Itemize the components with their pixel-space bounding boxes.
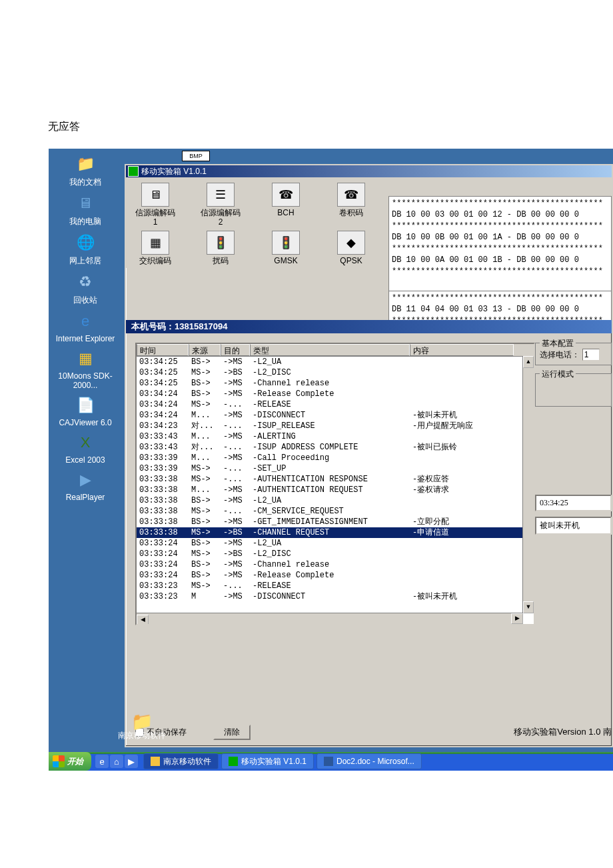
col-type[interactable]: 类型 <box>250 344 410 356</box>
media-icon[interactable]: ▶ <box>125 755 138 768</box>
cell-content: -鉴权请求 <box>410 485 514 495</box>
desktop-icon-label: 10Moons SDK-2000... <box>49 371 122 390</box>
cell-time: 03:33:24 <box>137 570 189 581</box>
scroll-down-icon[interactable]: ▼ <box>523 601 534 613</box>
log-row[interactable]: 03:33:43M...->MS-ALERTING <box>137 431 534 442</box>
cell-dest: ->MS <box>221 378 250 389</box>
tool-label: 信源编解码2 <box>201 208 241 227</box>
heading-text: 无应答 <box>48 120 80 134</box>
tool-GMSK[interactable]: 🚦GMSK <box>262 231 310 265</box>
desktop-folder-nanjing[interactable]: 📁 南京移动软件 <box>118 711 166 741</box>
app-icon <box>128 166 139 177</box>
tool-交织编码[interactable]: ▦交织编码 <box>131 231 179 265</box>
tool-icon: ▦ <box>141 231 169 255</box>
cell-type: -L2_UA <box>250 538 410 549</box>
info-status: 被叫未开机 <box>535 517 612 535</box>
log-row[interactable]: 03:33:38MS->->BS-CHANNEL REQUEST-申请信道 <box>137 527 534 538</box>
cell-time: 03:33:43 <box>137 431 189 442</box>
CAJViewer-6.0-icon: 📄 <box>74 394 97 417</box>
cell-source: MS-> <box>189 399 221 410</box>
log-row[interactable]: 03:34:24M...->MS-DISCONNECT-被叫未开机 <box>137 410 534 421</box>
tool-信源编解码[interactable]: 🖥信源编解码1 <box>131 183 179 227</box>
log-row[interactable]: 03:33:23MS->-...-RELEASE <box>137 581 534 591</box>
log-row[interactable]: 03:33:24BS->->MS-Channel release <box>137 559 534 570</box>
scroll-right-icon[interactable]: ▶ <box>511 613 523 624</box>
log-row[interactable]: 03:33:38BS->->MS-GET_IMMEDIATEASSIGNMENT… <box>137 517 534 527</box>
cell-time: 03:33:38 <box>137 506 189 517</box>
scroll-left-icon[interactable]: ◀ <box>137 615 149 625</box>
desktop-icon[interactable]: ▦10Moons SDK-2000... <box>49 347 122 390</box>
task-folder[interactable]: 南京移动软件 <box>143 753 219 769</box>
log-header: 时间 来源 目的 类型 内容 <box>137 344 534 357</box>
cell-time: 03:33:38 <box>137 485 189 495</box>
desktop-icon[interactable]: 🖥我的电脑 <box>49 192 122 227</box>
log-row[interactable]: 03:33:38MS->-...-CM_SERVICE_REQUEST <box>137 506 534 517</box>
desktop-icon[interactable]: ♻回收站 <box>49 271 122 306</box>
desktop-icon[interactable]: XExcel 2003 <box>49 431 122 465</box>
log-body[interactable]: 03:34:25BS->->MS-L2_UA03:34:25MS->->BS-L… <box>137 357 534 602</box>
log-row[interactable]: 03:33:43对...-...-ISUP ADDRESS COMPLETE-被… <box>137 442 534 453</box>
vertical-scrollbar[interactable]: ▲ ▼ <box>522 356 534 613</box>
log-row[interactable]: 03:34:24MS->-...-RELEASE <box>137 399 534 410</box>
col-content[interactable]: 内容 <box>410 344 514 356</box>
taskbar: 开始 e ⌂ ▶ 南京移动软件 移动实验箱 V1.0.1 Doc2.doc - … <box>49 752 613 771</box>
log-row[interactable]: 03:33:24MS->->BS-L2_DISC <box>137 549 534 559</box>
cell-content: -被叫未开机 <box>410 410 514 421</box>
log-row[interactable]: 03:33:38BS->->MS-L2_UA <box>137 495 534 506</box>
col-dest[interactable]: 目的 <box>221 344 250 356</box>
desktop-icon[interactable]: 📁我的文档 <box>49 153 122 188</box>
task-doc[interactable]: Doc2.doc - Microsof... <box>316 753 422 769</box>
log-row[interactable]: 03:34:24BS->->MS-Release Complete <box>137 389 534 399</box>
desktop-icon[interactable]: eInternet Explorer <box>49 310 122 343</box>
ie-icon[interactable]: e <box>95 755 109 768</box>
cell-content <box>410 495 514 506</box>
log-row[interactable]: 03:34:23对...-...-ISUP_RELEASE-用户提醒无响应 <box>137 421 534 431</box>
log-row[interactable]: 03:34:25BS->->MS-Channel release <box>137 378 534 389</box>
phone-select-input[interactable] <box>582 349 600 361</box>
cell-time: 03:34:24 <box>137 399 189 410</box>
cell-content: -鉴权应答 <box>410 474 514 485</box>
tool-QPSK[interactable]: ◆QPSK <box>327 231 375 265</box>
cell-time: 03:33:24 <box>137 538 189 549</box>
desktop-icon[interactable]: 📄CAJViewer 6.0 <box>49 394 122 427</box>
titlebar[interactable]: 移动实验箱 V1.0.1 <box>126 165 612 177</box>
col-time[interactable]: 时间 <box>137 344 189 356</box>
log-row[interactable]: 03:33:39M...->MS-Call Proceeding <box>137 453 534 463</box>
cell-content <box>410 570 514 581</box>
tool-label: BCH <box>277 208 294 217</box>
cell-dest: ->MS <box>221 591 250 602</box>
cell-time: 03:33:38 <box>137 474 189 485</box>
tool-BCH[interactable]: ☎BCH <box>262 183 310 227</box>
log-row[interactable]: 03:33:38MS->-...-AUTHENTICATION RESPONSE… <box>137 474 534 485</box>
cell-dest: ->BS <box>221 367 250 378</box>
tool-信源编解码[interactable]: ☰信源编解码2 <box>197 183 245 227</box>
log-row[interactable]: 03:33:38M...->MS-AUTHENTICATION REQUEST-… <box>137 485 534 495</box>
task-app[interactable]: 移动实验箱 V1.0.1 <box>221 753 314 769</box>
tool-卷积码[interactable]: ☎卷积码 <box>327 183 375 227</box>
horizontal-scrollbar[interactable]: ◀ ▶ <box>137 613 523 624</box>
Excel-2003-icon: X <box>74 431 97 454</box>
log-row[interactable]: 03:33:39MS->-...-SET_UP <box>137 463 534 474</box>
cell-type: -SET_UP <box>250 463 410 474</box>
log-row[interactable]: 03:33:23M->MS-DISCONNECT-被叫未开机 <box>137 591 534 602</box>
desktop-icon[interactable]: ⌂ <box>110 755 123 768</box>
tool-扰码[interactable]: 🚦扰码 <box>197 231 245 265</box>
log-row[interactable]: 03:33:24BS->->MS-Release Complete <box>137 570 534 581</box>
desktop-icon[interactable]: 🌐网上邻居 <box>49 231 122 267</box>
start-button[interactable]: 开始 <box>49 752 91 771</box>
log-row[interactable]: 03:34:25MS->->BS-L2_DISC <box>137 367 534 378</box>
scroll-up-icon[interactable]: ▲ <box>523 356 534 368</box>
cell-dest: ->MS <box>221 389 250 399</box>
cell-time: 03:33:38 <box>137 495 189 506</box>
cell-time: 03:33:23 <box>137 591 189 602</box>
desktop-icon[interactable]: ▶RealPlayer <box>49 469 122 502</box>
tool-icon: ☎ <box>272 183 300 207</box>
log-row[interactable]: 03:34:25BS->->MS-L2_UA <box>137 357 534 367</box>
cell-time: 03:34:25 <box>137 357 189 367</box>
cell-time: 03:33:43 <box>137 442 189 453</box>
col-source[interactable]: 来源 <box>189 344 221 356</box>
log-row[interactable]: 03:33:24BS->->MS-L2_UA <box>137 538 534 549</box>
tool-icon: 🚦 <box>207 231 235 255</box>
cell-dest: ->MS <box>221 357 250 367</box>
clear-button[interactable]: 清除 <box>213 725 251 740</box>
